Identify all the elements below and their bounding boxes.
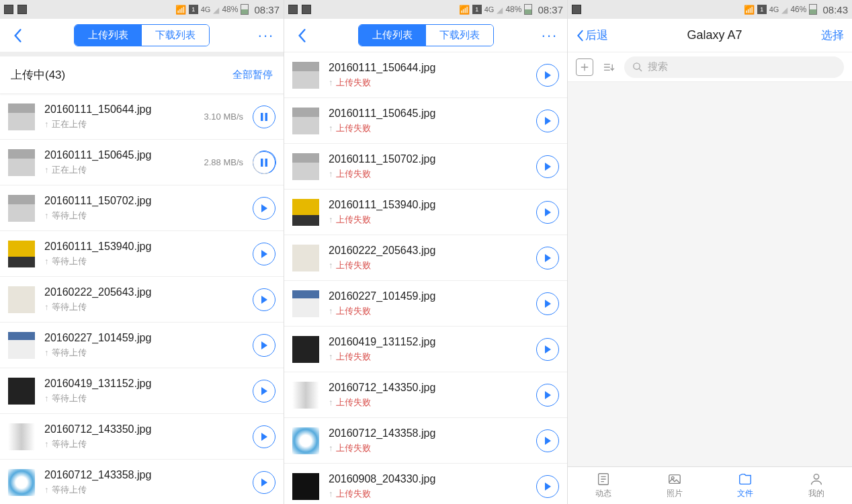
signal-icon	[497, 5, 503, 15]
network-label: 4G	[769, 5, 779, 13]
gallery-icon	[572, 5, 581, 14]
thumbnail	[292, 382, 319, 409]
tab-photos[interactable]: 照片	[639, 467, 710, 504]
select-button[interactable]: 选择	[821, 28, 844, 43]
tab-download-list[interactable]: 下载列表	[426, 25, 493, 46]
file-name: 20160712_143350.jpg	[44, 423, 253, 435]
file-row[interactable]: 20160419_131152.jpg↑上传失败	[284, 327, 567, 372]
svg-rect-3	[265, 159, 268, 167]
battery-icon	[809, 4, 817, 15]
file-row[interactable]: 20160111_153940.jpg↑等待上传	[0, 231, 284, 277]
file-row[interactable]: 20160111_150644.jpg↑正在上传3.10 MB/s	[0, 94, 284, 140]
retry-button[interactable]	[536, 155, 559, 178]
file-status: ↑等待上传	[44, 210, 253, 222]
file-row[interactable]: 20160712_143358.jpg↑上传失败	[284, 418, 567, 464]
resume-button[interactable]	[253, 197, 275, 220]
file-row[interactable]: 20160111_153940.jpg↑上传失败	[284, 190, 567, 235]
retry-button[interactable]	[536, 292, 559, 315]
file-status: ↑上传失败	[329, 351, 536, 363]
clock: 08:37	[254, 4, 280, 15]
upload-file-list[interactable]: 20160111_150644.jpg↑正在上传3.10 MB/s2016011…	[0, 94, 284, 504]
resume-button[interactable]	[253, 471, 275, 494]
photos-icon	[667, 472, 682, 487]
tab-activity[interactable]: 动态	[568, 467, 639, 504]
resume-button[interactable]	[253, 288, 275, 311]
file-name: 20160712_143358.jpg	[329, 427, 536, 439]
retry-button[interactable]	[536, 338, 559, 361]
retry-button[interactable]	[536, 475, 559, 498]
gallery-icon	[288, 5, 298, 14]
pause-button[interactable]	[253, 106, 275, 128]
back-button[interactable]: 后退	[576, 28, 608, 43]
file-row[interactable]: 20160712_143350.jpg↑上传失败	[284, 372, 567, 418]
retry-button[interactable]	[536, 201, 559, 224]
pause-button[interactable]	[253, 151, 275, 174]
thumbnail	[292, 245, 319, 271]
file-row[interactable]: 20160111_150645.jpg↑上传失败	[284, 98, 567, 144]
pause-all-button[interactable]: 全部暂停	[232, 69, 273, 81]
file-status: ↑等待上传	[44, 392, 253, 405]
search-input[interactable]: 搜索	[624, 56, 844, 78]
retry-button[interactable]	[536, 384, 559, 407]
wifi-icon	[744, 5, 755, 15]
retry-button[interactable]	[536, 247, 559, 269]
file-status: ↑上传失败	[329, 305, 536, 317]
file-row[interactable]: 20160111_150644.jpg↑上传失败	[284, 52, 567, 98]
back-button[interactable]	[7, 25, 28, 46]
gallery-icon	[302, 5, 311, 14]
clock: 08:43	[822, 4, 848, 15]
svg-point-8	[814, 474, 818, 479]
file-row[interactable]: 20160227_101459.jpg↑等待上传	[0, 323, 284, 368]
file-status: ↑上传失败	[329, 442, 536, 454]
upload-list-pane: 1 4G 48% 08:37 上传列表 下载列表 ··· 上传中(43) 全部暂…	[0, 0, 284, 504]
file-row[interactable]: 20160111_150702.jpg↑等待上传	[0, 185, 284, 231]
status-bar: 1 4G 48% 08:37	[0, 0, 284, 19]
resume-button[interactable]	[253, 425, 275, 448]
file-row[interactable]: 20160222_205643.jpg↑等待上传	[0, 277, 284, 323]
tab-files[interactable]: 文件	[710, 467, 781, 504]
tab-upload-list[interactable]: 上传列表	[75, 25, 142, 46]
retry-button[interactable]	[536, 110, 559, 132]
thumbnail	[8, 469, 35, 496]
back-button[interactable]	[291, 25, 312, 46]
retry-button[interactable]	[536, 429, 559, 452]
file-row[interactable]: 20160712_143358.jpg↑等待上传	[0, 460, 284, 504]
file-row[interactable]: 20160227_101459.jpg↑上传失败	[284, 281, 567, 327]
resume-button[interactable]	[253, 334, 275, 357]
nav-bar: 上传列表 下载列表 ···	[0, 19, 284, 52]
empty-content	[568, 82, 852, 466]
svg-rect-2	[261, 159, 263, 167]
thumbnail	[8, 195, 35, 222]
resume-button[interactable]	[253, 380, 275, 403]
more-button[interactable]: ···	[539, 25, 560, 46]
nav-bar: 后退 Galaxy A7 选择	[568, 19, 852, 52]
file-name: 20160111_150702.jpg	[329, 153, 536, 165]
add-button[interactable]	[576, 58, 593, 76]
file-row[interactable]: 20160712_143350.jpg↑等待上传	[0, 414, 284, 460]
upload-failed-pane: 1 4G 48% 08:37 上传列表 下载列表 ··· 20160111_15…	[284, 0, 568, 504]
page-title: Galaxy A7	[608, 28, 821, 42]
tab-mine[interactable]: 我的	[781, 467, 852, 504]
retry-button[interactable]	[536, 64, 559, 87]
wifi-icon	[459, 5, 470, 15]
thumbnail	[8, 286, 35, 313]
failed-file-list[interactable]: 20160111_150644.jpg↑上传失败20160111_150645.…	[284, 52, 567, 504]
wifi-icon	[175, 5, 186, 15]
tab-upload-list[interactable]: 上传列表	[359, 25, 426, 46]
tab-download-list[interactable]: 下载列表	[142, 25, 209, 46]
file-row[interactable]: 20160908_204330.jpg↑上传失败	[284, 464, 567, 504]
file-name: 20160111_150644.jpg	[44, 103, 204, 116]
file-row[interactable]: 20160419_131152.jpg↑等待上传	[0, 368, 284, 414]
file-status: ↑正在上传	[44, 164, 204, 176]
file-status: ↑上传失败	[329, 488, 536, 500]
sim-icon: 1	[472, 5, 482, 14]
file-row[interactable]: 20160222_205643.jpg↑上传失败	[284, 235, 567, 281]
sort-button[interactable]	[600, 58, 617, 76]
more-button[interactable]: ···	[255, 25, 277, 46]
signal-icon	[781, 5, 787, 15]
file-status: ↑上传失败	[329, 259, 536, 271]
resume-button[interactable]	[253, 243, 275, 265]
thumbnail	[8, 423, 35, 450]
file-row[interactable]: 20160111_150702.jpg↑上传失败	[284, 144, 567, 190]
file-row[interactable]: 20160111_150645.jpg↑正在上传2.88 MB/s	[0, 140, 284, 185]
